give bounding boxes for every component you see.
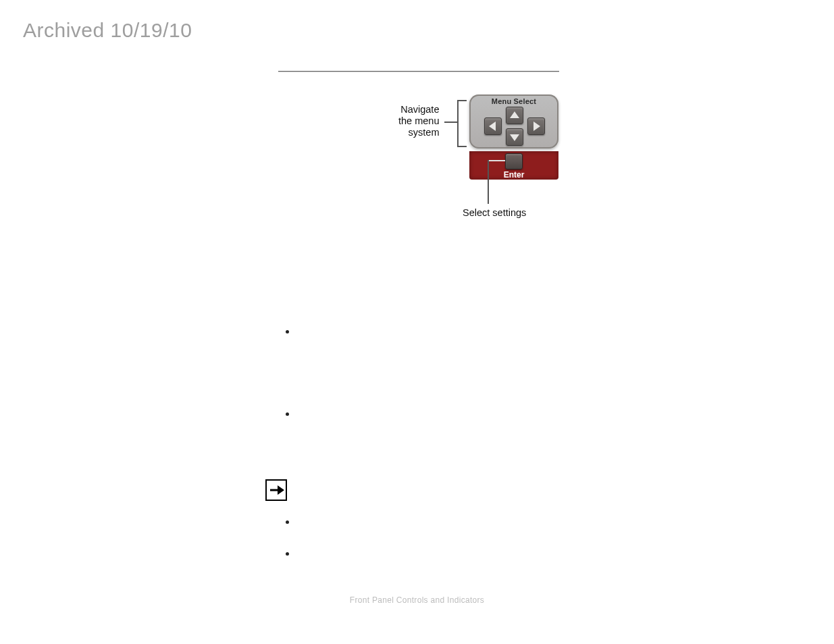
- svg-marker-2: [489, 122, 496, 131]
- list-bullet: [286, 412, 289, 416]
- page-footer: Front Panel Controls and Indicators: [0, 595, 834, 605]
- menu-select-figure: Navigate the menu system Menu Select Ent…: [267, 90, 571, 239]
- page-content: Navigate the menu system Menu Select Ent…: [267, 64, 571, 266]
- navigate-label-line1: Navigate: [400, 104, 439, 115]
- navigate-label: Navigate the menu system: [398, 104, 439, 138]
- enter-connector-h: [488, 160, 505, 161]
- arrow-right-icon: [527, 117, 545, 135]
- enter-panel: Enter: [469, 151, 558, 180]
- svg-marker-5: [278, 485, 284, 495]
- top-rule: [278, 71, 559, 72]
- archived-watermark: Archived 10/19/10: [23, 19, 192, 42]
- svg-marker-3: [533, 122, 540, 131]
- bracket-left-dash: [444, 122, 457, 123]
- svg-marker-1: [510, 134, 519, 141]
- bracket-left: [457, 100, 467, 147]
- arrow-up-icon: [506, 107, 523, 124]
- svg-marker-0: [510, 111, 519, 118]
- enter-label: Enter: [469, 170, 558, 180]
- list-bullet: [286, 330, 289, 333]
- list-bullet: [286, 520, 289, 524]
- arrow-left-icon: [484, 117, 502, 135]
- list-bullet: [286, 552, 289, 556]
- select-settings-label: Select settings: [463, 207, 526, 218]
- enter-button-icon: [505, 153, 523, 169]
- menu-select-title: Menu Select: [469, 97, 558, 105]
- menu-select-panel: Menu Select: [469, 95, 558, 149]
- navigate-label-line3: system: [409, 127, 440, 138]
- note-arrow-icon: [265, 479, 287, 501]
- navigate-label-line2: the menu: [398, 115, 439, 126]
- enter-connector-v: [488, 160, 489, 204]
- arrow-down-icon: [506, 128, 523, 146]
